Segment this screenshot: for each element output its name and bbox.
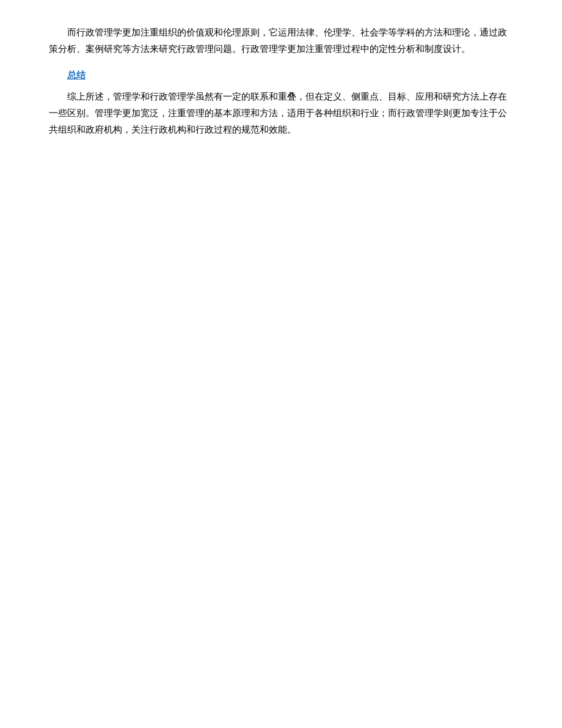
paragraph-admin-management: 而行政管理学更加注重组织的价值观和伦理原则，它运用法律、伦理学、社会学等学科的方… (49, 24, 513, 57)
page-container: 而行政管理学更加注重组织的价值观和伦理原则，它运用法律、伦理学、社会学等学科的方… (0, 0, 562, 728)
section-heading-summary: 总结 (49, 70, 513, 81)
paragraph-summary: 综上所述，管理学和行政管理学虽然有一定的联系和重叠，但在定义、侧重点、目标、应用… (49, 89, 513, 138)
